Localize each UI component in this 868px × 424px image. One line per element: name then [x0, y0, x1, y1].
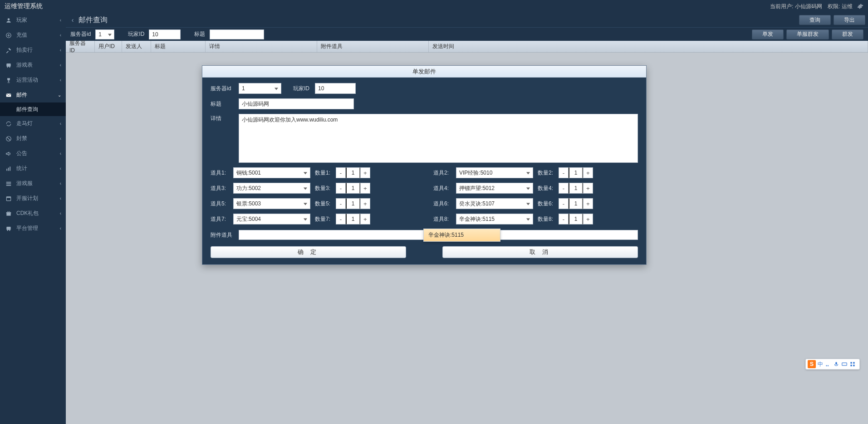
confirm-button[interactable]: 确 定 — [211, 246, 406, 258]
qty-spinner-7[interactable]: -+ — [336, 214, 370, 224]
qty-minus[interactable]: - — [559, 198, 569, 209]
ime-toolbar[interactable]: S 中 — [805, 359, 860, 370]
item8-dropdown[interactable]: 辛金神诀:5115 — [423, 229, 500, 242]
item-row-6: 道具6:癸水灵诀:5107数量6:-+ — [433, 198, 638, 209]
sidebar-item-0[interactable]: 玩家‹ — [0, 13, 66, 28]
qty-value[interactable] — [346, 214, 360, 224]
qty-spinner-3[interactable]: -+ — [336, 183, 370, 194]
item-select-7[interactable]: 元宝:5004 — [233, 214, 310, 224]
sidebar-item-label: 拍卖行 — [16, 46, 33, 54]
item-select-5[interactable]: 银票:5003 — [233, 198, 310, 209]
qty-value[interactable] — [346, 198, 360, 209]
sidebar-item-8[interactable]: 公告‹ — [0, 146, 66, 161]
qty-value[interactable] — [346, 167, 360, 178]
server-mass-button[interactable]: 单服群发 — [786, 29, 829, 39]
qty-plus[interactable]: + — [583, 183, 593, 194]
sidebar-item-4[interactable]: 运营活动‹ — [0, 73, 66, 88]
export-button[interactable]: 导出 — [834, 15, 865, 25]
qty-plus[interactable]: + — [360, 183, 370, 194]
chevron-icon: ‹ — [60, 48, 61, 53]
svg-rect-5 — [6, 93, 11, 97]
sidebar-sub-item[interactable]: 邮件查询 — [0, 102, 66, 116]
modal-player-input[interactable] — [315, 83, 356, 94]
item-select-2[interactable]: VIP经验:5010 — [456, 167, 533, 178]
qty-value[interactable] — [569, 198, 583, 209]
qty-minus[interactable]: - — [336, 183, 346, 194]
qty-spinner-2[interactable]: -+ — [559, 167, 593, 178]
qty-spinner-8[interactable]: -+ — [559, 214, 593, 224]
sidebar-item-7[interactable]: 封禁‹ — [0, 131, 66, 146]
ime-lang[interactable]: 中 — [818, 361, 823, 368]
qty-minus[interactable]: - — [336, 214, 346, 224]
sidebar-item-10[interactable]: 游戏服‹ — [0, 176, 66, 191]
qty-plus[interactable]: + — [360, 214, 370, 224]
user-info: 当前用户: 小仙源码网 权限: 运维 — [770, 3, 863, 10]
qty-plus[interactable]: + — [583, 198, 593, 209]
item-select-3[interactable]: 功力:5002 — [233, 183, 310, 194]
svg-rect-26 — [850, 365, 852, 366]
modal-subject-input[interactable] — [239, 98, 354, 109]
modal-detail-textarea[interactable] — [239, 114, 638, 163]
qty-minus[interactable]: - — [336, 198, 346, 209]
svg-rect-11 — [6, 183, 11, 184]
item-select-6[interactable]: 癸水灵诀:5107 — [456, 198, 533, 209]
sidebar-item-3[interactable]: 游戏表‹ — [0, 58, 66, 73]
cancel-button[interactable]: 取 消 — [442, 246, 638, 258]
mass-send-button[interactable]: 群发 — [832, 29, 863, 39]
qty-value[interactable] — [569, 167, 583, 178]
qty-spinner-1[interactable]: -+ — [336, 167, 370, 178]
sidebar-item-12[interactable]: CDK礼包‹ — [0, 206, 66, 221]
sidebar-item-1[interactable]: 充值‹ — [0, 28, 66, 43]
qty-spinner-4[interactable]: -+ — [559, 183, 593, 194]
item-select-8[interactable]: 辛金神诀:5115 — [456, 214, 533, 224]
qty-plus[interactable]: + — [583, 214, 593, 224]
sidebar-item-2[interactable]: 拍卖行‹ — [0, 43, 66, 58]
dropdown-option[interactable]: 辛金神诀:5115 — [424, 229, 500, 241]
qty-value[interactable] — [569, 183, 583, 194]
main: ‹ 邮件查询 查询 导出 服务器id 1 玩家ID 标题 单发 单服群发 群发 … — [66, 13, 868, 424]
attach-input[interactable]: 辛金神诀:5115 — [239, 230, 638, 240]
qty-value[interactable] — [569, 214, 583, 224]
item-label: 道具5: — [211, 200, 230, 208]
ime-grid-icon[interactable] — [849, 361, 856, 367]
sidebar-item-5[interactable]: 邮件⌄ — [0, 88, 66, 102]
qty-minus[interactable]: - — [559, 167, 569, 178]
sidebar-item-9[interactable]: 统计‹ — [0, 161, 66, 176]
sidebar-item-13[interactable]: 平台管理‹ — [0, 221, 66, 236]
svg-point-18 — [7, 229, 8, 230]
svg-point-21 — [828, 365, 829, 366]
svg-rect-27 — [853, 365, 855, 366]
svg-point-20 — [826, 365, 827, 366]
qty-value[interactable] — [346, 183, 360, 194]
ime-punct-icon[interactable] — [825, 361, 831, 367]
filter-player-input[interactable] — [149, 29, 181, 39]
qty-minus[interactable]: - — [559, 183, 569, 194]
qty-plus[interactable]: + — [360, 167, 370, 178]
bus-icon — [5, 225, 13, 232]
filter-title-input[interactable] — [210, 29, 264, 39]
qty-plus[interactable]: + — [360, 198, 370, 209]
item-select-4[interactable]: 押镖声望:5012 — [456, 183, 533, 194]
qty-minus[interactable]: - — [336, 167, 346, 178]
qty-minus[interactable]: - — [559, 214, 569, 224]
sidebar-item-label: CDK礼包 — [16, 210, 39, 217]
single-send-button[interactable]: 单发 — [752, 29, 784, 39]
gear-icon[interactable] — [857, 3, 863, 10]
qty-spinner-5[interactable]: -+ — [336, 198, 370, 209]
item-select-1[interactable]: 铜钱:5001 — [233, 167, 310, 178]
sidebar-item-6[interactable]: 走马灯‹ — [0, 116, 66, 131]
sidebar-collapse-icon[interactable]: ‹ — [69, 16, 77, 24]
bus-icon — [5, 62, 13, 68]
item-row-4: 道具4:押镖声望:5012数量4:-+ — [433, 183, 638, 194]
filter-server-select[interactable]: 1 — [95, 29, 114, 39]
qty-plus[interactable]: + — [583, 167, 593, 178]
col-attach: 附件道具 — [317, 41, 429, 52]
qty-spinner-6[interactable]: -+ — [559, 198, 593, 209]
col-sendtime: 发送时间 — [429, 41, 868, 52]
ime-keyboard-icon[interactable] — [841, 361, 848, 367]
svg-rect-17 — [6, 226, 10, 229]
sidebar-item-11[interactable]: 开服计划‹ — [0, 191, 66, 206]
modal-server-select[interactable]: 1 — [239, 83, 281, 94]
query-button[interactable]: 查询 — [799, 15, 831, 25]
ime-mic-icon[interactable] — [833, 361, 839, 367]
